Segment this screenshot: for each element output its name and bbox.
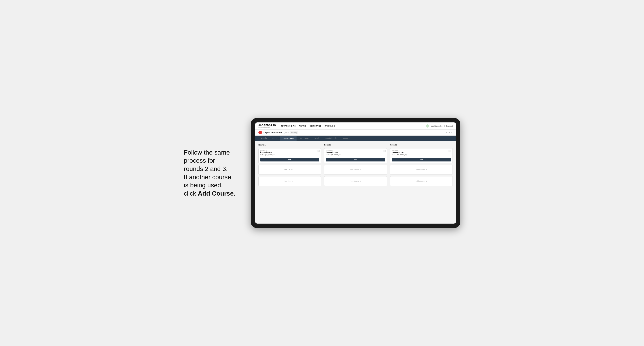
round-3-course-details: Yellow (M) (6629 yds)	[392, 154, 451, 156]
round-2-course-label: (Course A)	[326, 150, 385, 152]
round-3-add-course-plus: +	[426, 169, 427, 171]
round-1-add-course-label: Add Course +	[284, 169, 296, 171]
nav-rankings[interactable]: RANKINGS	[324, 125, 335, 127]
hosting-badge: Hosting	[290, 131, 298, 134]
tab-tee-groups[interactable]: Tee Groups	[296, 136, 311, 141]
round-3-add-course-button[interactable]: Add Course +	[390, 165, 453, 175]
nav-tournaments[interactable]: TOURNAMENTS	[281, 125, 296, 127]
round-3-column: Round 3 ○ (Course A) Peachtree GC Yellow…	[390, 144, 453, 186]
annotation-line1: Follow the same	[184, 149, 230, 156]
main-content: Round 1 ○ (Course A) Peachtree GC Yellow…	[255, 141, 456, 224]
tab-printables[interactable]: Printables	[339, 136, 352, 141]
sub-header-left: C Clippd Invitational (Men) Hosting	[258, 131, 298, 134]
annotation-line2: process for	[184, 157, 215, 164]
round-3-course-name: Peachtree GC	[392, 152, 451, 154]
round-2-add-course-label: Add Course +	[350, 169, 361, 171]
round-2-column: Round 2 ○ (Course A) Peachtree GC Yellow…	[324, 144, 387, 186]
separator: |	[444, 125, 444, 127]
page-wrapper: Follow the same process for rounds 2 and…	[184, 118, 460, 228]
tournament-type: (Men)	[284, 132, 289, 134]
tournament-name: Clippd Invitational	[264, 131, 282, 134]
sign-out-link[interactable]: Sign out	[446, 125, 453, 127]
round-1-add-course-label-2: Add Course +	[284, 180, 296, 182]
tab-details[interactable]: Details	[258, 136, 270, 141]
cancel-icon: ✕	[451, 132, 453, 134]
round-2-label: Round 2	[324, 144, 387, 146]
round-3-add-course-plus-2: +	[426, 180, 427, 182]
round-3-add-course-button-2[interactable]: Add Course +	[390, 176, 453, 186]
round-1-label: Round 1	[258, 144, 321, 146]
round-1-course-card: ○ (Course A) Peachtree GC Yellow (M) (66…	[258, 148, 321, 163]
round-1-add-course-plus-2: +	[294, 180, 295, 182]
annotation-line5: is being used,	[184, 181, 223, 189]
round-3-course-card: ○ (Course A) Peachtree GC Yellow (M) (66…	[390, 148, 453, 163]
annotation-line6-prefix: click	[184, 190, 198, 197]
round-1-add-course-button[interactable]: Add Course +	[258, 165, 321, 175]
round-1-edit-button[interactable]: Edit	[260, 158, 319, 162]
c-logo: C	[258, 131, 262, 134]
tablet-screen: SCOREBOARD Powered by clippd TOURNAMENTS…	[255, 122, 456, 224]
tab-results[interactable]: Results	[311, 136, 323, 141]
user-avatar	[426, 124, 429, 128]
round-1-course-label: (Course A)	[260, 150, 319, 152]
nav-teams[interactable]: TEAMS	[299, 125, 306, 127]
round-1-add-course-plus: +	[294, 169, 295, 171]
round-2-add-course-label-2: Add Course +	[350, 180, 361, 182]
round-3-delete-button[interactable]: ○	[448, 150, 451, 152]
logo-sub: Powered by clippd	[258, 126, 276, 128]
round-1-course-name: Peachtree GC	[260, 152, 319, 154]
round-2-add-course-plus-2: +	[360, 180, 361, 182]
scoreboard-logo: SCOREBOARD Powered by clippd	[258, 124, 276, 128]
user-email: blair@clippd.io	[431, 125, 442, 127]
nav-committee[interactable]: COMMITTEE	[310, 125, 321, 127]
round-3-add-course-label-2: Add Course +	[416, 180, 427, 182]
top-nav-links: TOURNAMENTS TEAMS COMMITTEE RANKINGS	[281, 125, 426, 127]
annotation-line4: If another course	[184, 173, 231, 180]
round-1-course-details: Yellow (M) (6629 yds)	[260, 154, 319, 156]
round-2-course-card: ○ (Course A) Peachtree GC Yellow (M) (66…	[324, 148, 387, 163]
round-2-add-course-plus: +	[360, 169, 361, 171]
tab-leaderboards[interactable]: Leaderboards	[323, 136, 339, 141]
round-2-add-course-button-2[interactable]: Add Course +	[324, 176, 387, 186]
sub-header: C Clippd Invitational (Men) Hosting Canc…	[255, 130, 456, 136]
round-3-edit-button[interactable]: Edit	[392, 158, 451, 162]
cancel-button[interactable]: Cancel ✕	[445, 132, 453, 134]
round-2-course-details: Yellow (M) (6629 yds)	[326, 154, 385, 156]
logo-main: SCOREBOARD	[258, 124, 276, 126]
top-nav: SCOREBOARD Powered by clippd TOURNAMENTS…	[255, 122, 456, 130]
round-3-course-label: (Course A)	[392, 150, 451, 152]
round-2-delete-button[interactable]: ○	[383, 150, 386, 152]
round-3-label: Round 3	[390, 144, 453, 146]
tab-teams[interactable]: Teams	[270, 136, 280, 141]
tablet-frame: SCOREBOARD Powered by clippd TOURNAMENTS…	[251, 118, 460, 228]
round-3-add-course-label: Add Course +	[416, 169, 427, 171]
round-1-add-course-button-2[interactable]: Add Course +	[258, 176, 321, 186]
tab-bar: Details Teams Course Setup Tee Groups Re…	[255, 136, 456, 141]
cancel-label: Cancel	[445, 132, 450, 134]
round-2-add-course-button[interactable]: Add Course +	[324, 165, 387, 175]
annotation-text: Follow the same process for rounds 2 and…	[184, 149, 243, 198]
round-2-edit-button[interactable]: Edit	[326, 158, 385, 162]
tab-course-setup[interactable]: Course Setup	[280, 136, 296, 141]
round-1-column: Round 1 ○ (Course A) Peachtree GC Yellow…	[258, 144, 321, 186]
annotation-line6-bold: Add Course.	[198, 190, 235, 197]
round-1-delete-button[interactable]: ○	[317, 150, 320, 152]
rounds-grid: Round 1 ○ (Course A) Peachtree GC Yellow…	[258, 144, 453, 186]
annotation-line3: rounds 2 and 3.	[184, 165, 228, 172]
round-2-course-name: Peachtree GC	[326, 152, 385, 154]
top-nav-right: blair@clippd.io | Sign out	[426, 124, 453, 128]
